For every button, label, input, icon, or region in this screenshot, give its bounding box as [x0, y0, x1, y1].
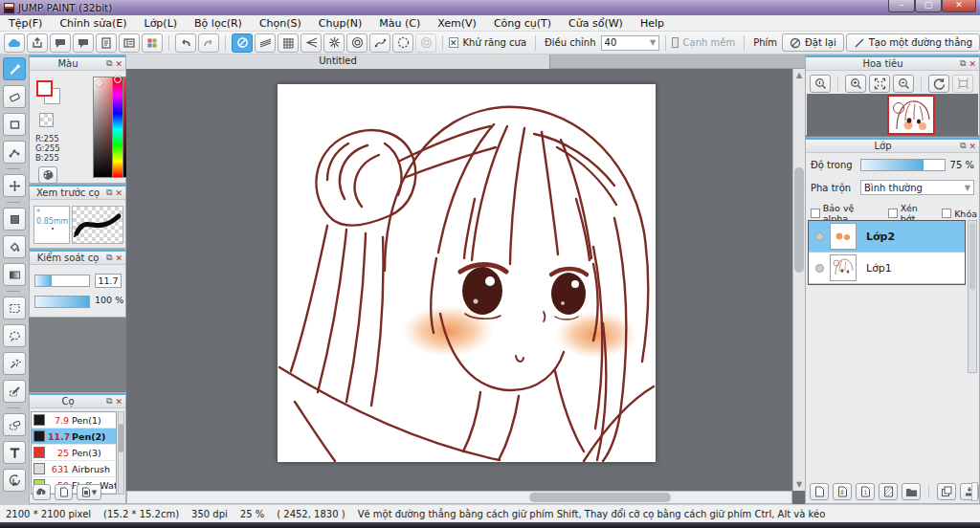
transparent-color-swatch[interactable] — [39, 113, 54, 127]
clipping-checkbox[interactable] — [888, 209, 898, 218]
close-icon[interactable]: ✕ — [115, 253, 122, 263]
menu-edit[interactable]: Chỉnh sửa(E) — [51, 15, 135, 31]
protect-alpha-checkbox[interactable] — [811, 209, 820, 218]
soft-edge-checkbox[interactable] — [672, 37, 678, 48]
snap-ellipse-button[interactable] — [392, 33, 413, 53]
popout-icon[interactable]: ⧉ — [106, 396, 112, 407]
add-brush-menu-button[interactable]: ▼ — [77, 484, 101, 500]
menu-layer[interactable]: Lớp(L) — [136, 15, 187, 31]
gradient-tool[interactable] — [3, 263, 26, 286]
rotate-reset-button[interactable] — [928, 75, 949, 93]
select-eraser-tool[interactable] — [3, 413, 26, 436]
menu-color[interactable]: Màu (C) — [370, 15, 429, 31]
hue-slider[interactable] — [112, 77, 123, 178]
brush-tool[interactable] — [3, 57, 26, 80]
comment-list-button[interactable] — [73, 33, 94, 53]
layer-item[interactable]: Lớp2 — [809, 221, 965, 253]
select-pen-tool[interactable] — [3, 380, 26, 403]
material-button[interactable] — [142, 33, 163, 53]
snap-cross-button[interactable] — [323, 33, 345, 53]
redo-button[interactable] — [198, 33, 219, 53]
comment-button[interactable] — [50, 33, 71, 53]
canvas-horizontal-scrollbar[interactable] — [126, 491, 792, 504]
horizontal-scroll-thumb[interactable] — [529, 493, 671, 502]
zoom-out-button[interactable] — [893, 75, 914, 93]
popout-icon[interactable]: ⧉ — [106, 58, 112, 69]
shape-tool[interactable] — [3, 113, 26, 136]
add-layer-button[interactable] — [810, 483, 829, 500]
magic-wand-tool[interactable] — [3, 352, 26, 375]
brush-list-scrollbar[interactable] — [118, 411, 124, 495]
add-1bit-layer-button[interactable]: 1 — [856, 483, 875, 500]
menu-file[interactable]: Tệp(F) — [0, 15, 51, 31]
download-brush-button[interactable] — [33, 484, 51, 500]
snap-parallel-button[interactable] — [255, 33, 276, 53]
brush-item-selected[interactable]: 11.7 Pen(2) — [32, 429, 116, 445]
menu-help[interactable]: Help — [632, 15, 673, 31]
blend-combo[interactable]: Bình thường ▼ — [860, 180, 974, 195]
opacity-slider[interactable] — [860, 159, 946, 171]
text-tool[interactable] — [3, 441, 26, 464]
add-brush-button[interactable] — [55, 484, 73, 500]
adjust-combo[interactable]: 40 ▼ — [601, 35, 660, 51]
canvas-vertical-scrollbar[interactable]: ▲ ▼ — [792, 69, 805, 491]
zoom-in-button[interactable] — [845, 75, 866, 93]
menu-select[interactable]: Chọn(S) — [251, 15, 310, 31]
close-icon[interactable]: ✕ — [969, 59, 976, 69]
panel-settings-button[interactable] — [119, 33, 140, 53]
undo-button[interactable] — [175, 33, 196, 53]
close-icon[interactable]: ✕ — [115, 188, 122, 198]
navigator-view[interactable] — [807, 94, 978, 136]
menu-filter[interactable]: Bộ lọc(R) — [186, 15, 251, 31]
canvas-viewport[interactable] — [126, 69, 792, 491]
layer-list-scrollbar[interactable] — [968, 220, 977, 373]
navigator-thumbnail[interactable] — [887, 95, 935, 135]
snap-radial-button[interactable] — [415, 33, 436, 53]
drawing-canvas[interactable] — [278, 84, 656, 462]
maximize-button[interactable]: ▢ — [915, 0, 942, 12]
close-icon[interactable]: ✕ — [969, 142, 976, 151]
brush-opacity-slider[interactable] — [34, 296, 90, 308]
straight-line-button[interactable]: Tạo một đường thẳng — [846, 33, 980, 52]
brush-item[interactable]: 7.9 Pen(1) — [32, 412, 116, 429]
zoom-fit-button[interactable] — [869, 75, 890, 93]
brush-size-value[interactable]: 11.7 — [95, 274, 122, 288]
bucket-tool[interactable] — [3, 235, 26, 258]
popout-icon[interactable]: ⧉ — [106, 187, 112, 198]
panel-scroll-strip[interactable] — [971, 482, 978, 501]
layer-visibility-toggle[interactable] — [809, 232, 830, 241]
snap-concentric-button[interactable] — [346, 33, 368, 53]
minimize-button[interactable]: – — [888, 0, 915, 12]
operation-tool[interactable] — [3, 469, 26, 492]
menu-tools[interactable]: Công cụ(T) — [485, 15, 560, 31]
foreground-color-swatch[interactable] — [36, 80, 53, 97]
zoom-actual-button[interactable] — [810, 75, 831, 93]
vertical-scroll-thumb[interactable] — [794, 167, 804, 273]
snap-curve-button[interactable] — [369, 33, 390, 53]
brush-item[interactable]: 631 Airbrush — [32, 461, 116, 477]
move-tool[interactable] — [3, 174, 26, 197]
menu-view[interactable]: Xem(V) — [429, 15, 485, 31]
popout-icon[interactable]: ⧉ — [960, 141, 966, 151]
add-folder-button[interactable] — [902, 483, 921, 500]
snap-vanishing-button[interactable] — [301, 33, 322, 53]
lasso-select-tool[interactable] — [3, 324, 26, 347]
scroll-up-arrow[interactable]: ▲ — [793, 69, 805, 81]
brush-size-slider[interactable] — [34, 275, 90, 287]
add-8bit-layer-button[interactable]: 8 — [833, 483, 852, 500]
layer-item[interactable]: Lớp1 — [809, 253, 965, 284]
crop-button[interactable] — [952, 75, 973, 93]
close-icon[interactable]: ✕ — [115, 59, 122, 69]
menu-snap[interactable]: Chụp(N) — [310, 15, 370, 31]
popout-icon[interactable]: ⧉ — [106, 253, 112, 263]
palette-button[interactable] — [38, 166, 57, 184]
document-button[interactable] — [96, 33, 117, 53]
cloud-button[interactable] — [4, 33, 25, 53]
reset-button[interactable]: Đặt lại — [782, 33, 844, 52]
duplicate-layer-button[interactable] — [937, 483, 956, 500]
brush-item[interactable]: 25 Pen(3) — [32, 445, 116, 461]
antialias-checkbox[interactable]: ✕ — [449, 37, 458, 48]
rect-select-tool[interactable] — [3, 297, 26, 319]
document-tab[interactable]: Untitled — [126, 55, 550, 69]
close-icon[interactable]: ✕ — [115, 397, 122, 407]
